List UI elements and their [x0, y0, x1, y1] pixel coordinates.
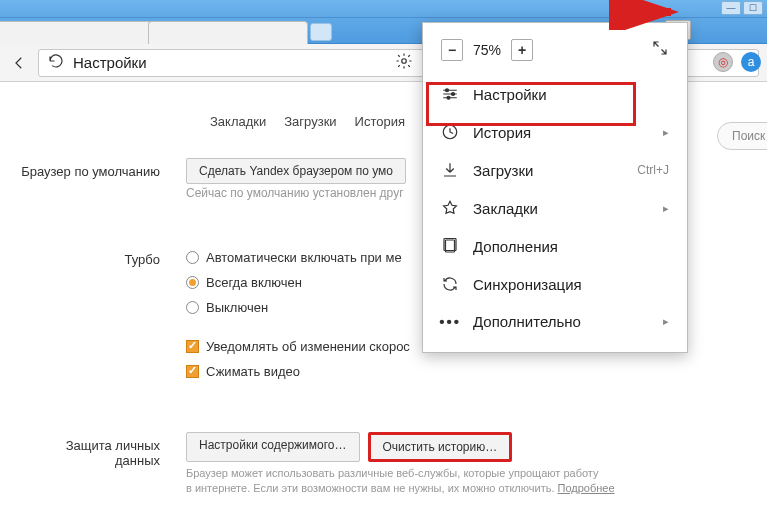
svg-point-2 [446, 89, 449, 92]
tab-downloads[interactable]: Загрузки [284, 114, 336, 129]
settings-tabs: Закладки Загрузки История [210, 114, 405, 129]
svg-point-4 [447, 96, 450, 99]
more-icon: ••• [441, 313, 459, 330]
settings-search-input[interactable]: Поиск на [717, 122, 767, 150]
checkbox-label: Уведомлять об изменении скорос [206, 339, 410, 354]
section-label-privacy: Защита личныхданных [0, 438, 160, 468]
radio-label: Выключен [206, 300, 268, 315]
address-bar-title: Настройки [73, 54, 147, 71]
svg-point-1 [402, 59, 407, 64]
svg-point-3 [452, 93, 455, 96]
turbo-radio-always[interactable]: Всегда включен [186, 275, 410, 290]
section-label-default-browser: Браузер по умолчанию [0, 164, 160, 179]
main-menu-dropdown: − 75% + Настройки История ▸ Загрузки Ctr… [422, 22, 688, 353]
download-icon [441, 161, 459, 179]
turbo-check-compress[interactable]: Сжимать видео [186, 364, 410, 379]
sliders-icon [441, 85, 459, 103]
menu-item-bookmarks[interactable]: Закладки ▸ [423, 189, 687, 227]
tab-history[interactable]: История [355, 114, 405, 129]
tab-bookmarks[interactable]: Закладки [210, 114, 266, 129]
menu-item-label: Дополнения [473, 238, 558, 255]
radio-label: Всегда включен [206, 275, 302, 290]
browser-tab[interactable] [148, 21, 308, 44]
browser-tab[interactable] [0, 21, 152, 44]
fullscreen-icon[interactable] [651, 39, 669, 61]
menu-shortcut: Ctrl+J [637, 163, 669, 177]
menu-item-label: Настройки [473, 86, 547, 103]
extension-icon[interactable]: a [741, 52, 761, 72]
turbo-check-notify[interactable]: Уведомлять об изменении скорос [186, 339, 410, 354]
menu-item-addons[interactable]: Дополнения [423, 227, 687, 265]
menu-item-label: Загрузки [473, 162, 533, 179]
menu-item-settings[interactable]: Настройки [423, 75, 687, 113]
zoom-in-button[interactable]: + [511, 39, 533, 61]
addons-icon [441, 237, 459, 255]
make-default-browser-button[interactable]: Сделать Yandex браузером по умо [186, 158, 406, 184]
history-icon [441, 123, 459, 141]
menu-item-label: Дополнительно [473, 313, 581, 330]
zoom-out-button[interactable]: − [441, 39, 463, 61]
window-maximize-button[interactable]: ☐ [743, 1, 763, 15]
content-settings-button[interactable]: Настройки содержимого… [186, 432, 360, 462]
turbo-radio-auto[interactable]: Автоматически включать при ме [186, 250, 410, 265]
menu-item-label: История [473, 124, 531, 141]
extension-icon[interactable]: ◎ [713, 52, 733, 72]
star-icon [441, 199, 459, 217]
menu-item-label: Синхронизация [473, 276, 582, 293]
sync-icon [441, 275, 459, 293]
back-button[interactable] [8, 52, 30, 74]
menu-item-more[interactable]: ••• Дополнительно ▸ [423, 303, 687, 340]
chevron-right-icon: ▸ [663, 126, 669, 139]
chevron-right-icon: ▸ [663, 315, 669, 328]
section-label-turbo: Турбо [0, 252, 160, 267]
new-tab-button[interactable] [310, 23, 332, 41]
chevron-right-icon: ▸ [663, 202, 669, 215]
menu-item-history[interactable]: История ▸ [423, 113, 687, 151]
zoom-value: 75% [473, 42, 501, 58]
checkbox-label: Сжимать видео [206, 364, 300, 379]
default-browser-hint: Сейчас по умолчанию установлен друг [186, 186, 404, 200]
window-minimize-button[interactable]: — [721, 1, 741, 15]
menu-item-sync[interactable]: Синхронизация [423, 265, 687, 303]
menu-item-downloads[interactable]: Загрузки Ctrl+J [423, 151, 687, 189]
privacy-more-link[interactable]: Подробнее [558, 482, 615, 494]
radio-label: Автоматически включать при ме [206, 250, 402, 265]
clear-history-button[interactable]: Очистить историю… [368, 432, 513, 462]
privacy-hint: Браузер может использовать различные веб… [186, 466, 615, 497]
menu-item-label: Закладки [473, 200, 538, 217]
reload-icon[interactable] [47, 52, 65, 73]
turbo-radio-off[interactable]: Выключен [186, 300, 410, 315]
annotation-arrow [609, 0, 689, 30]
gear-icon[interactable] [395, 52, 413, 75]
